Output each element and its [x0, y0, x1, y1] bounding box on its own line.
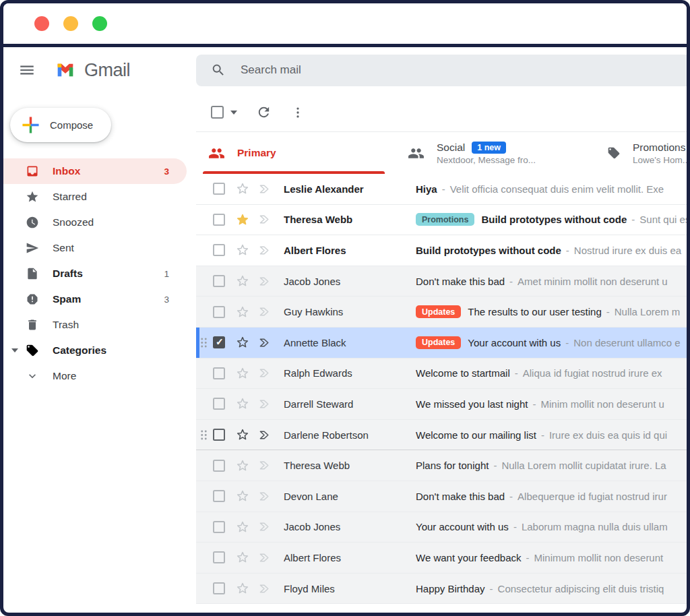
tab-promotions[interactable]: Promotions Lowe's Hom... [595, 132, 687, 174]
importance-marker-icon[interactable] [257, 274, 272, 288]
email-checkbox[interactable] [213, 429, 225, 441]
star-icon[interactable] [235, 458, 250, 473]
star-icon[interactable] [235, 243, 250, 257]
email-row[interactable]: Ralph Edwards Welcome to startmail - Ali… [196, 359, 687, 390]
importance-marker-icon[interactable] [257, 366, 272, 380]
email-checkbox[interactable] [213, 336, 225, 348]
email-checkbox[interactable] [213, 306, 225, 318]
importance-marker-icon[interactable] [257, 397, 272, 411]
sidebar-item[interactable]: Spam 3 [3, 286, 187, 312]
star-filled-icon[interactable] [235, 212, 250, 227]
titlebar [3, 3, 687, 44]
sidebar-item[interactable]: Drafts 1 [3, 261, 187, 286]
select-dropdown-caret-icon[interactable] [230, 111, 237, 115]
email-snippet: Velit officia consequat duis enim velit … [450, 183, 664, 195]
traffic-light[interactable] [63, 16, 78, 31]
email-subject: Plans for tonight [416, 460, 489, 471]
star-icon[interactable] [235, 396, 250, 411]
email-checkbox[interactable] [213, 551, 225, 563]
search-bar[interactable] [196, 55, 687, 86]
star-icon[interactable] [235, 550, 250, 565]
tab-primary[interactable]: Primary [196, 132, 396, 174]
importance-marker-icon[interactable] [257, 305, 272, 319]
select-all-checkbox[interactable] [211, 106, 224, 119]
traffic-light[interactable] [92, 16, 107, 31]
email-row[interactable]: Albert Flores We want your feedback - Mi… [196, 543, 687, 574]
email-subject: Your account with us [416, 521, 509, 532]
email-row[interactable]: Theresa Webb Plans for tonight - Nulla L… [196, 450, 687, 481]
star-icon[interactable] [235, 181, 250, 196]
search-icon [211, 63, 226, 78]
sidebar-item[interactable]: Trash [3, 312, 187, 338]
brand-name: Gmail [84, 60, 130, 81]
email-checkbox[interactable] [213, 367, 225, 379]
tab-subtitle: Lowe's Hom... [633, 155, 687, 165]
email-row[interactable]: Devon Lane Don't make this bad - Albeque… [196, 481, 687, 512]
star-icon[interactable] [235, 335, 250, 350]
importance-marker-icon[interactable] [257, 182, 272, 196]
email-checkbox[interactable] [213, 244, 225, 256]
email-checkbox[interactable] [213, 521, 225, 533]
email-checkbox[interactable] [213, 582, 225, 594]
search-input[interactable] [241, 63, 580, 77]
trash-icon [26, 318, 39, 332]
sidebar-item[interactable]: Snoozed [3, 210, 187, 235]
email-row[interactable]: Jacob Jones Your account with us - Labor… [196, 512, 687, 543]
importance-marker-icon[interactable] [257, 489, 272, 503]
email-sender: Devon Lane [284, 491, 416, 502]
email-checkbox[interactable] [213, 183, 225, 195]
importance-marker-icon[interactable] [257, 336, 272, 350]
star-icon[interactable] [235, 581, 250, 596]
importance-marker-icon[interactable] [257, 458, 272, 472]
email-row[interactable]: Albert Flores Build prototypes without c… [196, 235, 687, 266]
subject-snippet-separator: - [442, 183, 445, 195]
email-snippet: Minimum mollit non deserunt [534, 552, 663, 563]
tab-social[interactable]: Social 1 new Nextdoor, Message fro... [396, 132, 595, 174]
expander-caret-icon[interactable] [11, 348, 18, 352]
email-sender: Darlene Robertson [284, 429, 416, 441]
importance-marker-icon[interactable] [257, 520, 272, 534]
sidebar-item[interactable]: More [3, 363, 187, 389]
email-checkbox[interactable] [213, 398, 225, 410]
subject-snippet-separator: - [606, 306, 610, 317]
email-row[interactable]: Darrell Steward We missed you last night… [196, 389, 687, 420]
compose-button[interactable]: Compose [10, 108, 111, 142]
sidebar-item[interactable]: Inbox 3 [3, 158, 187, 184]
importance-marker-icon[interactable] [257, 212, 272, 226]
star-icon[interactable] [235, 366, 250, 381]
sidebar-item[interactable]: Starred [3, 184, 187, 210]
email-row[interactable]: Floyd Miles Happy Birthday - Consectetur… [196, 574, 687, 605]
email-subject: Build prototypes without code [481, 214, 627, 225]
sidebar-item-label: Snoozed [53, 216, 94, 228]
email-row[interactable]: Theresa Webb Promotions Build prototypes… [196, 205, 687, 236]
importance-marker-icon[interactable] [257, 551, 272, 565]
star-icon[interactable] [235, 520, 250, 534]
email-row[interactable]: Guy Hawkins Updates The results to our u… [196, 297, 687, 328]
email-row[interactable]: Annette Black Updates Your account with … [196, 328, 687, 359]
email-checkbox[interactable] [213, 490, 225, 502]
sidebar-item[interactable]: Sent [3, 235, 187, 261]
star-icon[interactable] [235, 427, 250, 442]
email-checkbox[interactable] [213, 460, 225, 472]
more-options-icon[interactable] [290, 105, 305, 120]
email-row[interactable]: Darlene Robertson Welcome to our mailing… [196, 420, 687, 451]
traffic-light[interactable] [34, 16, 49, 31]
refresh-icon[interactable] [256, 104, 272, 120]
star-icon[interactable] [235, 274, 250, 288]
email-snippet: Nostrud irure ex duis ea [574, 245, 681, 256]
email-row[interactable]: Jacob Jones Don't make this bad - Amet m… [196, 266, 687, 297]
email-checkbox[interactable] [213, 275, 225, 287]
hamburger-menu-icon[interactable] [18, 61, 36, 79]
star-icon[interactable] [235, 305, 250, 319]
star-icon[interactable] [235, 489, 250, 503]
drag-handle-icon[interactable] [200, 429, 210, 441]
email-row[interactable]: Leslie Alexander Hiya - Velit officia co… [196, 174, 687, 205]
importance-marker-icon[interactable] [257, 243, 272, 257]
drag-handle-icon[interactable] [200, 336, 210, 349]
sidebar-item[interactable]: Categories [3, 338, 187, 363]
importance-marker-icon[interactable] [257, 428, 272, 442]
email-subject: Build prototypes without code [416, 245, 561, 256]
email-checkbox[interactable] [213, 214, 225, 226]
email-subject: Happy Birthday [416, 583, 485, 594]
importance-marker-icon[interactable] [257, 582, 272, 596]
